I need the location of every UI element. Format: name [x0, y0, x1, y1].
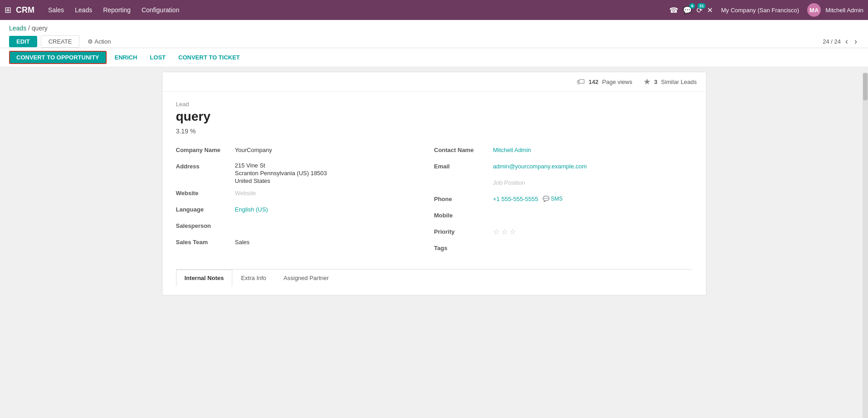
edit-button[interactable]: EDIT [9, 36, 37, 47]
priority-star-3[interactable]: ☆ [510, 227, 516, 236]
address-label: Address [176, 162, 235, 170]
form-grid: Company Name YourCompany Address 215 Vin… [176, 146, 692, 260]
tags-row: Tags [434, 244, 674, 256]
company-name-label: Company Name [176, 146, 235, 153]
avatar[interactable]: MA [807, 3, 821, 17]
contact-name-row: Contact Name Mitchell Admin [434, 146, 674, 157]
top-navigation: ⊞ CRM Sales Leads Reporting Configuratio… [0, 0, 868, 20]
tabs-bar: Internal Notes Extra Info Assigned Partn… [176, 269, 692, 286]
priority-stars: ☆ ☆ ☆ [493, 227, 516, 236]
priority-label: Priority [434, 227, 493, 235]
mobile-label: Mobile [434, 211, 493, 219]
similar-leads-count: 3 [654, 79, 657, 85]
language-row: Language English (US) [176, 205, 416, 217]
phone-value-row: +1 555-555-5555 💬 SMS [493, 195, 563, 202]
page-views-stat: 🏷 142 Page views [577, 77, 632, 87]
sales-team-value: Sales [235, 238, 250, 246]
phone-label: Phone [434, 195, 493, 202]
form-right-section: Contact Name Mitchell Admin Email admin@… [434, 146, 692, 260]
website-label: Website [176, 189, 235, 197]
nav-leads[interactable]: Leads [70, 4, 97, 16]
tags-label: Tags [434, 244, 493, 251]
card-header-stats: 🏷 142 Page views ★ 3 Similar Leads [162, 72, 706, 92]
scrollbar-thumb[interactable] [863, 73, 868, 100]
website-value: Website [235, 189, 256, 197]
similar-leads-stat[interactable]: ★ 3 Similar Leads [643, 77, 697, 87]
pager: 24 / 24 ‹ › [823, 37, 859, 46]
priority-row: Priority ☆ ☆ ☆ [434, 227, 674, 239]
phone-icon[interactable]: ☎ [669, 6, 678, 15]
page-views-count: 142 [588, 79, 598, 85]
lead-probability: 3.19 % [176, 128, 692, 135]
lead-action-bar: CONVERT TO OPPORTUNITY ENRICH LOST CONVE… [0, 48, 868, 67]
pager-prev[interactable]: ‹ [843, 37, 850, 46]
convert-to-opportunity-button[interactable]: CONVERT TO OPPORTUNITY [9, 51, 107, 64]
convert-to-ticket-button[interactable]: CONVERT TO TICKET [174, 52, 245, 63]
language-label: Language [176, 205, 235, 213]
breadcrumb: Leads / query [9, 25, 859, 32]
topnav-right: ☎ 💬 6 ⟳ 31 ✕ My Company (San Francisco) … [669, 3, 863, 17]
priority-star-2[interactable]: ☆ [501, 227, 508, 236]
job-position-row: Job Position [434, 178, 674, 190]
create-button[interactable]: CREATE [41, 35, 80, 48]
breadcrumb-separator: / [28, 25, 30, 32]
contact-name-value[interactable]: Mitchell Admin [493, 146, 531, 153]
pager-next[interactable]: › [853, 37, 859, 46]
company-name-row: Company Name YourCompany [176, 146, 416, 157]
nav-sales[interactable]: Sales [44, 4, 69, 16]
job-position-label [434, 178, 493, 179]
breadcrumb-area: Leads / query EDIT CREATE ⚙ Action 24 / … [0, 20, 868, 48]
pager-count: 24 / 24 [823, 38, 841, 45]
main-content: 🏷 142 Page views ★ 3 Similar Leads Lead … [0, 67, 868, 418]
chat-icon[interactable]: 💬 6 [683, 6, 692, 15]
nav-reporting[interactable]: Reporting [98, 4, 135, 16]
action-button[interactable]: ⚙ Action [88, 38, 111, 45]
clock-icon[interactable]: ⟳ 31 [696, 6, 702, 15]
sms-label: SMS [551, 196, 563, 202]
address-row: Address 215 Vine St Scranton Pennsylvani… [176, 162, 416, 184]
sms-button[interactable]: 💬 SMS [543, 196, 563, 202]
sales-team-label: Sales Team [176, 238, 235, 246]
enrich-button[interactable]: ENRICH [110, 52, 142, 63]
contact-name-label: Contact Name [434, 146, 493, 153]
tab-extra-info[interactable]: Extra Info [232, 270, 275, 286]
website-row: Website Website [176, 189, 416, 201]
lost-button[interactable]: LOST [145, 52, 170, 63]
email-row: Email admin@yourcompany.example.com [434, 162, 674, 174]
phone-value[interactable]: +1 555-555-5555 [493, 195, 538, 202]
lead-name: query [176, 109, 692, 124]
admin-label: Mitchell Admin [825, 7, 863, 14]
similar-leads-label: Similar Leads [661, 79, 697, 85]
breadcrumb-current: query [32, 25, 48, 32]
sales-team-row: Sales Team Sales [176, 238, 416, 250]
tab-assigned-partner[interactable]: Assigned Partner [275, 270, 338, 286]
company-name-value: YourCompany [235, 146, 272, 153]
priority-star-1[interactable]: ☆ [493, 227, 500, 236]
form-left-section: Company Name YourCompany Address 215 Vin… [176, 146, 434, 260]
brand-logo[interactable]: CRM [16, 5, 34, 15]
company-label: My Company (San Francisco) [721, 7, 799, 14]
chat-badge: 6 [689, 3, 695, 9]
star-icon: ★ [643, 77, 651, 87]
address-line1: 215 Vine St [235, 162, 327, 169]
grid-icon[interactable]: ⊞ [5, 5, 11, 15]
lead-detail: Lead query 3.19 % Company Name YourCompa… [162, 92, 706, 295]
lead-type-label: Lead [176, 101, 692, 108]
scrollbar[interactable] [863, 73, 868, 418]
sms-icon: 💬 [543, 196, 549, 202]
address-block: 215 Vine St Scranton Pennsylvania (US) 1… [235, 162, 327, 184]
address-line2: Scranton Pennsylvania (US) 18503 [235, 170, 327, 177]
mobile-row: Mobile [434, 211, 674, 223]
lead-card: 🏷 142 Page views ★ 3 Similar Leads Lead … [162, 72, 706, 295]
email-value[interactable]: admin@yourcompany.example.com [493, 162, 587, 170]
email-label: Email [434, 162, 493, 170]
salesperson-label: Salesperson [176, 221, 235, 229]
language-value[interactable]: English (US) [235, 205, 268, 213]
breadcrumb-leads-link[interactable]: Leads [9, 25, 26, 32]
nav-configuration[interactable]: Configuration [137, 4, 184, 16]
close-icon[interactable]: ✕ [707, 6, 713, 15]
tag-icon: 🏷 [577, 77, 585, 87]
tab-internal-notes[interactable]: Internal Notes [176, 270, 233, 286]
job-position-placeholder: Job Position [493, 178, 525, 186]
salesperson-row: Salesperson [176, 221, 416, 233]
